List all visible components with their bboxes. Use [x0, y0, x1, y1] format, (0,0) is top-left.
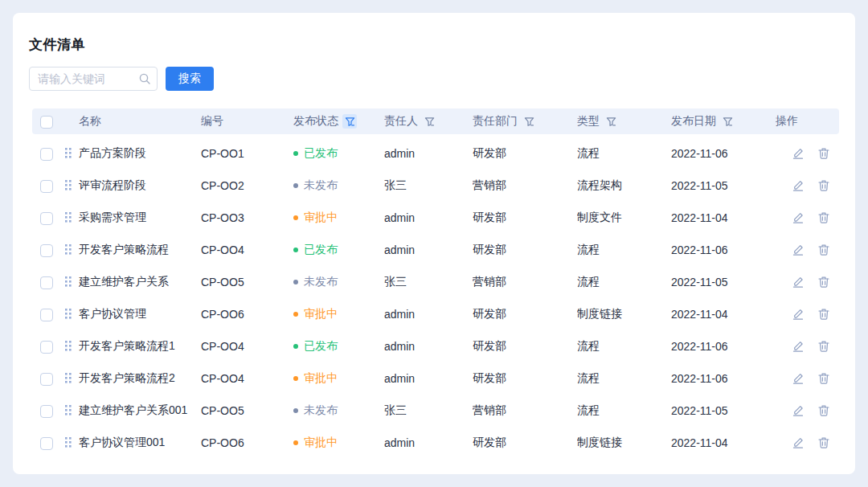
cell-type: 制度链接 — [577, 436, 671, 450]
cell-type: 流程 — [577, 403, 671, 418]
cell-department: 营销部 — [473, 275, 577, 289]
drag-handle-icon[interactable] — [64, 436, 72, 448]
status-label: 已发布 — [304, 339, 338, 354]
row-checkbox-cell — [32, 275, 64, 289]
drag-cell — [64, 145, 79, 162]
column-header: 编号 — [201, 114, 293, 129]
row-checkbox[interactable] — [40, 309, 53, 321]
delete-icon[interactable] — [817, 308, 830, 321]
row-checkbox[interactable] — [40, 244, 53, 257]
status-label: 审批中 — [304, 436, 338, 450]
cell-status: 审批中 — [293, 211, 384, 225]
status-dot-icon — [293, 151, 298, 156]
cell-status: 审批中 — [293, 307, 384, 321]
edit-icon[interactable] — [792, 404, 805, 417]
filter-icon[interactable] — [522, 114, 536, 129]
cell-date: 2022-11-05 — [671, 404, 776, 417]
column-header: 发布状态 — [293, 114, 384, 129]
delete-icon[interactable] — [817, 372, 830, 385]
delete-icon[interactable] — [817, 244, 830, 256]
cell-name: 建立维护客户关系001 — [79, 403, 201, 418]
cell-name: 评审流程阶段 — [79, 178, 201, 193]
delete-icon[interactable] — [817, 147, 830, 160]
filter-icon[interactable] — [604, 114, 618, 129]
row-checkbox[interactable] — [40, 148, 53, 161]
row-checkbox[interactable] — [40, 405, 53, 418]
cell-department: 研发部 — [473, 436, 577, 450]
column-header: 类型 — [577, 114, 671, 129]
edit-icon[interactable] — [792, 436, 805, 449]
cell-type: 流程 — [577, 243, 671, 257]
status-dot-icon — [293, 248, 298, 252]
drag-cell — [64, 178, 79, 194]
cell-type: 制度链接 — [577, 307, 671, 321]
edit-icon[interactable] — [792, 276, 805, 289]
row-checkbox-cell — [32, 371, 64, 385]
row-checkbox[interactable] — [40, 341, 53, 354]
drag-handle-icon[interactable] — [64, 276, 72, 288]
status-label: 已发布 — [304, 146, 338, 161]
delete-icon[interactable] — [817, 211, 830, 224]
search-box — [29, 67, 158, 91]
edit-icon[interactable] — [792, 340, 805, 353]
delete-icon[interactable] — [817, 340, 830, 353]
delete-icon[interactable] — [817, 436, 830, 449]
cell-operations — [776, 179, 839, 192]
select-all-checkbox[interactable] — [40, 116, 53, 129]
edit-icon[interactable] — [792, 308, 805, 321]
edit-icon[interactable] — [792, 211, 805, 224]
edit-icon[interactable] — [792, 179, 805, 192]
edit-icon[interactable] — [792, 372, 805, 385]
row-checkbox[interactable] — [40, 373, 53, 386]
drag-handle-icon[interactable] — [64, 308, 72, 320]
filter-icon[interactable] — [342, 114, 357, 129]
cell-date: 2022-11-05 — [671, 276, 776, 289]
cell-type: 流程 — [577, 275, 671, 289]
column-header-label: 发布日期 — [671, 114, 716, 129]
cell-type: 流程架构 — [577, 178, 671, 193]
row-checkbox[interactable] — [40, 212, 53, 225]
drag-handle-icon[interactable] — [64, 147, 72, 159]
filter-icon[interactable] — [422, 114, 436, 129]
column-header: 责任人 — [384, 114, 473, 129]
drag-handle-icon[interactable] — [64, 179, 72, 191]
row-checkbox-cell — [32, 339, 64, 353]
drag-cell — [64, 274, 79, 290]
delete-icon[interactable] — [817, 179, 830, 192]
row-checkbox[interactable] — [40, 437, 53, 450]
row-checkbox-cell — [32, 146, 64, 160]
cell-owner: 张三 — [384, 275, 473, 289]
drag-handle-icon[interactable] — [64, 372, 72, 384]
row-checkbox[interactable] — [40, 180, 53, 193]
filter-icon[interactable] — [720, 114, 735, 129]
column-header-label: 编号 — [201, 114, 223, 129]
edit-icon[interactable] — [792, 244, 805, 256]
search-button[interactable]: 搜索 — [166, 67, 214, 91]
status-dot-icon — [293, 376, 298, 381]
drag-cell — [64, 403, 79, 419]
cell-owner: admin — [384, 211, 473, 224]
status-label: 未发布 — [304, 178, 338, 193]
cell-operations — [776, 308, 839, 321]
drag-handle-icon[interactable] — [64, 340, 72, 352]
row-checkbox-cell — [32, 178, 64, 192]
cell-status: 已发布 — [293, 146, 384, 161]
cell-status: 已发布 — [293, 339, 384, 354]
delete-icon[interactable] — [817, 276, 830, 289]
delete-icon[interactable] — [817, 404, 830, 417]
row-checkbox[interactable] — [40, 276, 53, 289]
edit-icon[interactable] — [792, 147, 805, 160]
table-row: 采购需求管理 CP-OO3 审批中 admin 研发部 制度文件 2022-11… — [32, 202, 839, 234]
table-row: 客户协议管理 CP-OO6 审批中 admin 研发部 制度链接 2022-11… — [32, 298, 839, 330]
row-checkbox-cell — [32, 307, 64, 321]
cell-department: 研发部 — [473, 146, 577, 161]
cell-name: 客户协议管理 — [79, 307, 201, 321]
cell-code: CP-OO3 — [201, 211, 293, 224]
table-row: 建立维护客户关系001 CP-OO5 未发布 张三 营销部 流程 2022-11… — [32, 395, 839, 427]
cell-status: 未发布 — [293, 178, 384, 193]
drag-handle-icon[interactable] — [64, 404, 72, 416]
drag-handle-icon[interactable] — [64, 211, 72, 223]
drag-handle-icon[interactable] — [64, 244, 72, 256]
drag-cell — [64, 242, 79, 258]
table-row: 建立维护客户关系 CP-OO5 未发布 张三 营销部 流程 2022-11-05 — [32, 266, 839, 298]
